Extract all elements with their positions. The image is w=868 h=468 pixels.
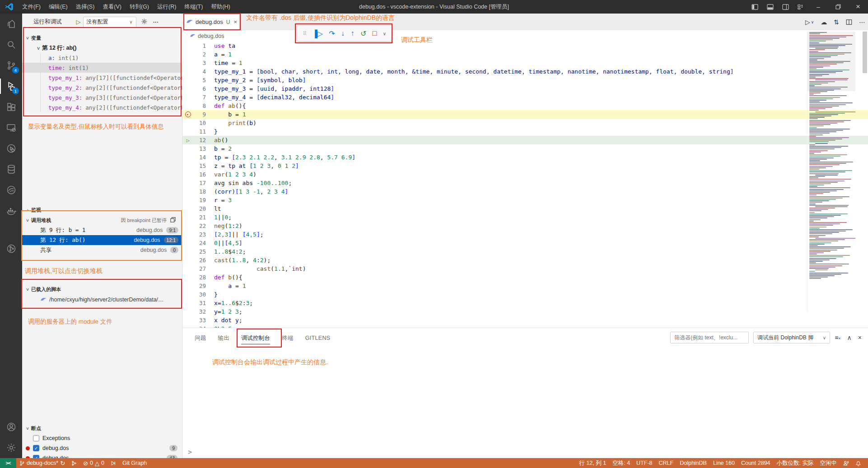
code-line[interactable]: 7type_my_4 = [decimal32, decimal64] xyxy=(182,93,868,102)
code-line[interactable]: 17avg sin abs -100..100; xyxy=(182,179,868,187)
code-line[interactable]: 16var(1 2 3 4) xyxy=(182,170,868,179)
run-file-icon[interactable]: ▷∨ xyxy=(805,19,814,26)
toggle-secondary-sidebar-icon[interactable] xyxy=(778,0,793,14)
code-line[interactable]: 5type_my_2 = [symbol, blob] xyxy=(182,76,868,84)
sync-changes-icon[interactable]: ⇅ xyxy=(834,19,839,26)
loaded-scripts-section-header[interactable]: ∨ 已载入的脚本 xyxy=(22,284,182,294)
compare-item[interactable] xyxy=(68,458,80,468)
code-line[interactable]: 15z = tp at [1 2 3, 0 1 2] xyxy=(182,162,868,170)
explorer-icon[interactable] xyxy=(0,14,22,34)
menu-item[interactable]: 运行(R) xyxy=(153,1,180,13)
editor-scrollbar[interactable] xyxy=(862,32,868,311)
menu-item[interactable]: 选择(S) xyxy=(72,1,99,13)
status-item[interactable]: 空闲中 xyxy=(817,458,840,468)
debug-config-dropdown[interactable]: 没有配置 ∨ xyxy=(83,17,136,28)
settings-gear-icon[interactable] xyxy=(0,437,22,458)
loaded-script-item[interactable]: /home/cxyu/high/server2/clusterDemo/data… xyxy=(22,295,182,305)
accounts-icon[interactable] xyxy=(0,417,22,437)
menu-item[interactable]: 编辑(E) xyxy=(45,1,72,13)
more-actions-icon[interactable]: ⋯ xyxy=(859,19,865,26)
stop-button[interactable]: □ xyxy=(373,29,377,37)
notifications-bell-icon[interactable] xyxy=(852,458,864,468)
panel-tab-问题[interactable]: 问题 xyxy=(189,328,212,348)
git-graph-icon[interactable] xyxy=(0,238,22,259)
panel-tab-输出[interactable]: 输出 xyxy=(212,328,236,348)
status-item[interactable]: CRLF xyxy=(656,458,677,468)
docker-icon[interactable] xyxy=(0,200,22,221)
drag-handle-icon[interactable]: ⠿ xyxy=(303,31,306,37)
code-line[interactable]: 23[2,3]|| [4,5]; xyxy=(182,230,868,239)
status-item[interactable]: UTF-8 xyxy=(633,458,655,468)
code-line[interactable]: 33x dot y; xyxy=(182,316,868,324)
panel-tab-调试控制台[interactable]: 调试控制台 xyxy=(235,328,276,348)
problems-item[interactable]: ⊘ 0 △ 0 xyxy=(80,458,107,468)
code-line[interactable]: 31x=1..6$2:3; xyxy=(182,299,868,307)
status-item[interactable]: 空格: 4 xyxy=(609,458,633,468)
menu-item[interactable]: 终端(T) xyxy=(180,1,207,13)
close-tab-icon[interactable]: × xyxy=(233,19,237,25)
breakpoint-hit-icon[interactable]: ▸ xyxy=(185,111,191,117)
chevron-down-icon[interactable]: ∨ xyxy=(383,31,386,36)
variable-row[interactable]: time:int(1) xyxy=(22,63,182,73)
remote-indicator[interactable]: >< xyxy=(0,458,16,468)
code-line[interactable]: 30} xyxy=(182,290,868,299)
upload-icon[interactable]: ☁ xyxy=(821,19,827,26)
feedback-icon[interactable] xyxy=(840,458,852,468)
clear-console-icon[interactable]: ≡× xyxy=(835,334,840,341)
variable-row[interactable]: type_my_4:any[2]([functiondef<OperatorFu… xyxy=(22,102,182,112)
step-out-button[interactable]: ↑ xyxy=(351,29,355,37)
code-line[interactable]: 32y=1 2 3; xyxy=(182,307,868,316)
code-line[interactable]: 4type_my_1 = [bool, char, short, int, lo… xyxy=(182,67,868,76)
toggle-panel-icon[interactable] xyxy=(762,0,778,14)
panel-tab-GITLENS[interactable]: GITLENS xyxy=(299,328,336,348)
watch-section-header[interactable]: › 监视 xyxy=(22,205,182,215)
remote-explorer-icon[interactable] xyxy=(0,117,22,138)
variable-row[interactable]: type_my_2:any[2]([functiondef<OperatorFu… xyxy=(22,83,182,93)
variables-section-header[interactable]: ∨ 变量 xyxy=(22,33,182,43)
breakpoints-section-header[interactable]: ∨ 断点 xyxy=(22,423,182,433)
minimap[interactable] xyxy=(807,32,855,311)
breakpoint-row[interactable]: ✓debug.dos9 xyxy=(22,443,182,453)
code-line[interactable]: 28def b(){ xyxy=(182,273,868,282)
code-line[interactable]: 26cast(1..8, 4:2); xyxy=(182,256,868,264)
toggle-sidebar-icon[interactable] xyxy=(747,0,762,14)
code-line[interactable]: ▸9 b = 1 xyxy=(182,110,868,119)
git-graph-item[interactable]: Git Graph xyxy=(119,458,150,468)
code-line[interactable]: 13b = 2 xyxy=(182,144,868,153)
restore-button[interactable] xyxy=(828,0,848,14)
code-line[interactable]: ▷12ab() xyxy=(182,136,868,144)
maximize-panel-icon[interactable]: ∧ xyxy=(847,334,852,341)
code-line[interactable]: 14tp = [2.3 2.1 2.2, 3.1 2.9 2.8, 5.7 6.… xyxy=(182,153,868,162)
nx-console-icon[interactable] xyxy=(0,180,22,200)
variable-row[interactable]: type_my_1:any[17]([functiondef<OperatorF… xyxy=(22,73,182,83)
status-item[interactable]: 小数位数: 实际 xyxy=(774,458,817,468)
code-line[interactable]: 251..8$4:2; xyxy=(182,247,868,256)
breadcrumb[interactable]: debug.dos xyxy=(182,30,868,42)
source-control-icon[interactable]: 4 xyxy=(0,55,22,76)
launch-item[interactable] xyxy=(107,458,119,468)
code-line[interactable]: 3time = 1 xyxy=(182,59,868,67)
status-item[interactable]: 行 12, 列 1 xyxy=(576,458,609,468)
gutter[interactable]: ▸ xyxy=(182,111,193,117)
minimize-button[interactable]: – xyxy=(808,0,828,14)
search-icon[interactable] xyxy=(0,34,22,55)
test-explorer-icon[interactable] xyxy=(0,138,22,159)
git-branch-item[interactable]: debug-docs* ↻ xyxy=(16,458,68,468)
code-line[interactable]: 11} xyxy=(182,127,868,136)
copy-callstack-icon[interactable] xyxy=(170,217,176,223)
status-item[interactable]: Count 2894 xyxy=(738,458,774,468)
step-into-button[interactable]: ↓ xyxy=(341,29,345,37)
code-area[interactable]: 1use ta2a = 13time = 14type_my_1 = [bool… xyxy=(182,42,868,328)
panel-tab-终端[interactable]: 终端 xyxy=(276,328,299,348)
menu-item[interactable]: 文件(F) xyxy=(18,1,45,13)
code-line[interactable]: 27 cast(1.1,`int) xyxy=(182,264,868,273)
exceptions-breakpoint-row[interactable]: Exceptions xyxy=(22,433,182,443)
variables-scope-row[interactable]: ∨ 第 12 行: ab() xyxy=(22,43,182,53)
menu-item[interactable]: 帮助(H) xyxy=(207,1,234,13)
status-item[interactable]: DolphinDB xyxy=(677,458,710,468)
code-line[interactable]: 8def ab(){ xyxy=(182,102,868,110)
gutter[interactable]: ▷ xyxy=(182,137,193,144)
close-panel-icon[interactable]: × xyxy=(858,334,862,341)
start-debug-icon[interactable]: ▷ xyxy=(76,19,81,25)
code-line[interactable]: 1use ta xyxy=(182,42,868,50)
